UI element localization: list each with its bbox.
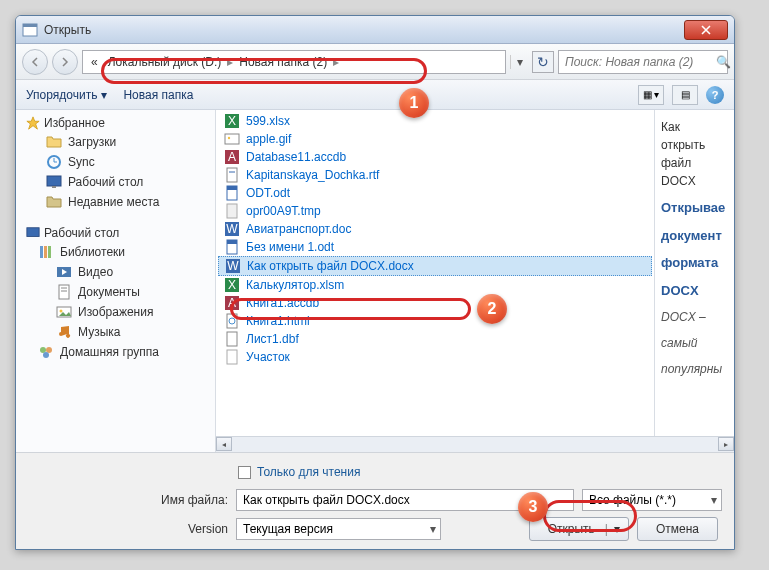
breadcrumb-item-disk[interactable]: Локальный диск (D:)	[104, 53, 226, 71]
scroll-left-button[interactable]: ◂	[216, 437, 232, 451]
breadcrumb-item-folder[interactable]: Новая папка (2)	[235, 53, 331, 71]
svg-rect-32	[227, 240, 237, 244]
file-name-label: Участок	[246, 350, 290, 364]
svg-text:A: A	[228, 150, 236, 164]
breadcrumb[interactable]: « Локальный диск (D:) ▸ Новая папка (2) …	[82, 50, 506, 74]
svg-rect-41	[227, 332, 237, 346]
rtf-file-icon	[224, 167, 240, 183]
sidebar-item-desktop[interactable]: Рабочий стол	[18, 172, 213, 192]
sidebar-item-documents[interactable]: Документы	[18, 282, 213, 302]
file-row[interactable]: apple.gif	[218, 130, 652, 148]
new-folder-button[interactable]: Новая папка	[123, 88, 193, 102]
file-name-label: Калькулятор.xlsm	[246, 278, 344, 292]
search-input[interactable]	[565, 55, 716, 69]
breadcrumb-dropdown[interactable]: ▾	[510, 55, 528, 69]
svg-rect-3	[47, 176, 61, 186]
svg-text:X: X	[228, 114, 236, 128]
sidebar-libraries-header[interactable]: Библиотеки	[18, 242, 213, 262]
svg-rect-1	[23, 24, 37, 27]
toolbar: Упорядочить ▾ Новая папка ▦ ▾ ▤ ?	[16, 80, 734, 110]
svg-rect-28	[227, 204, 237, 218]
forward-button[interactable]	[52, 49, 78, 75]
chevron-right-icon: ▸	[333, 55, 339, 69]
close-icon	[701, 25, 711, 35]
file-row[interactable]: ADatabase11.accdb	[218, 148, 652, 166]
svg-rect-5	[27, 228, 39, 237]
svg-rect-6	[40, 246, 43, 258]
svg-rect-4	[52, 186, 56, 188]
file-name-label: Database11.accdb	[246, 150, 346, 164]
filename-input[interactable]	[236, 489, 574, 511]
svg-rect-42	[227, 350, 237, 364]
search-icon[interactable]: 🔍	[716, 55, 731, 69]
video-icon	[56, 264, 72, 280]
file-name-label: apple.gif	[246, 132, 291, 146]
sidebar-desktop-header[interactable]: Рабочий стол	[18, 224, 213, 242]
preview-pane: Как открыть файл DOCX Открывае документ …	[654, 110, 734, 436]
file-list[interactable]: X599.xlsxapple.gifADatabase11.accdbKapit…	[216, 110, 654, 436]
star-icon	[26, 116, 40, 130]
accdb-file-icon: A	[224, 295, 240, 311]
readonly-checkbox[interactable]	[238, 466, 251, 479]
sidebar-item-homegroup[interactable]: Домашняя группа	[18, 342, 213, 362]
music-icon	[56, 324, 72, 340]
file-name-label: Авиатранспорт.doc	[246, 222, 351, 236]
app-icon	[22, 22, 38, 38]
documents-icon	[56, 284, 72, 300]
file-row[interactable]: opr00A9T.tmp	[218, 202, 652, 220]
organize-menu[interactable]: Упорядочить ▾	[26, 88, 107, 102]
refresh-button[interactable]: ↻	[532, 51, 554, 73]
file-row[interactable]: X599.xlsx	[218, 112, 652, 130]
open-dialog-window: Открыть « Локальный диск (D:) ▸ Новая па…	[15, 15, 735, 550]
file-name-label: opr00A9T.tmp	[246, 204, 321, 218]
sidebar-item-downloads[interactable]: Загрузки	[18, 132, 213, 152]
dbf-file-icon	[224, 331, 240, 347]
view-mode-button[interactable]: ▦ ▾	[638, 85, 664, 105]
filename-label: Имя файла:	[28, 493, 228, 507]
sidebar-favorites-header[interactable]: Избранное	[18, 114, 213, 132]
preview-toggle-button[interactable]: ▤	[672, 85, 698, 105]
file-row[interactable]: ODT.odt	[218, 184, 652, 202]
open-button[interactable]: Открыть|▾	[529, 517, 629, 541]
file-row[interactable]: Без имени 1.odt	[218, 238, 652, 256]
file-row[interactable]: Участок	[218, 348, 652, 366]
file-row[interactable]: WАвиатранспорт.doc	[218, 220, 652, 238]
horizontal-scrollbar[interactable]: ◂ ▸	[216, 436, 734, 452]
window-title: Открыть	[44, 23, 684, 37]
file-row[interactable]: Лист1.dbf	[218, 330, 652, 348]
xlsx-file-icon: X	[224, 113, 240, 129]
docx-file-icon: W	[225, 258, 241, 274]
sidebar-item-video[interactable]: Видео	[18, 262, 213, 282]
file-name-label: Книга1.html	[246, 314, 310, 328]
search-box[interactable]: 🔍	[558, 50, 728, 74]
file-name-label: 599.xlsx	[246, 114, 290, 128]
sidebar-item-images[interactable]: Изображения	[18, 302, 213, 322]
version-select[interactable]: Текущая версия	[236, 518, 441, 540]
homegroup-icon	[38, 344, 54, 360]
help-button[interactable]: ?	[706, 86, 724, 104]
file-row[interactable]: AКнига1.accdb	[218, 294, 652, 312]
close-button[interactable]	[684, 20, 728, 40]
svg-point-15	[40, 347, 46, 353]
file-name-label: Как открыть файл DOCX.docx	[247, 259, 414, 273]
sidebar-item-music[interactable]: Музыка	[18, 322, 213, 342]
file-row[interactable]: Kapitanskaya_Dochka.rtf	[218, 166, 652, 184]
xlsx-file-icon: X	[224, 277, 240, 293]
file-row[interactable]: WКак открыть файл DOCX.docx	[218, 256, 652, 276]
back-button[interactable]	[22, 49, 48, 75]
sidebar-item-recent[interactable]: Недавние места	[18, 192, 213, 212]
accdb-file-icon: A	[224, 149, 240, 165]
tmp-file-icon	[224, 203, 240, 219]
desktop-icon	[46, 174, 62, 190]
file-name-label: Kapitanskaya_Dochka.rtf	[246, 168, 379, 182]
cancel-button[interactable]: Отмена	[637, 517, 718, 541]
breadcrumb-prefix[interactable]: «	[87, 53, 102, 71]
file-row[interactable]: XКалькулятор.xlsm	[218, 276, 652, 294]
svg-point-17	[43, 352, 49, 358]
images-icon	[56, 304, 72, 320]
svg-point-16	[46, 347, 52, 353]
file-row[interactable]: Книга1.html	[218, 312, 652, 330]
scroll-right-button[interactable]: ▸	[718, 437, 734, 451]
filetype-select[interactable]: Все файлы (*.*)	[582, 489, 722, 511]
sidebar-item-sync[interactable]: Sync	[18, 152, 213, 172]
